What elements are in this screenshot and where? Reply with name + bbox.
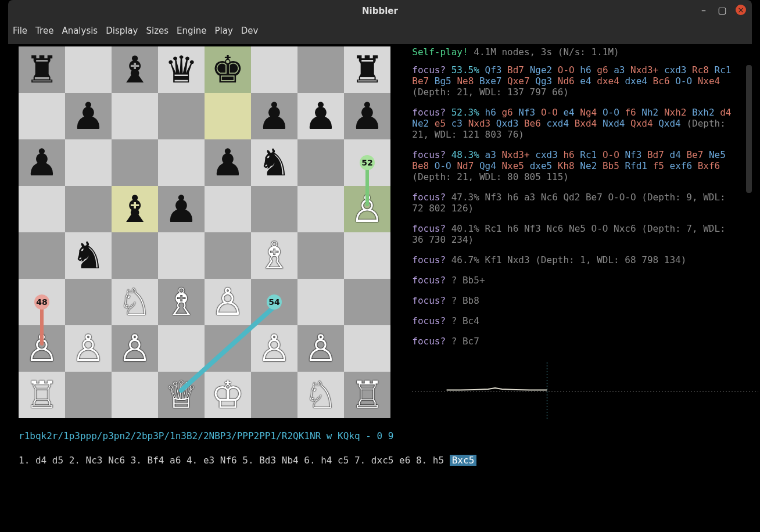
menu-dev[interactable]: Dev [241, 26, 259, 36]
pv-move[interactable]: Nd6 [558, 76, 575, 87]
square-c3[interactable]: ♘ [112, 279, 158, 325]
square-b4[interactable]: ♞ [65, 232, 112, 279]
pv-line[interactable]: focus? ? Bc7 [412, 336, 741, 347]
pv-move[interactable]: Rc8 [692, 64, 709, 76]
pv-move[interactable]: Qxe7 [507, 76, 530, 87]
pv-move[interactable]: e4 [580, 76, 591, 87]
pv-move[interactable]: Nd7 [457, 160, 474, 171]
pv-move[interactable]: Bg5 [435, 76, 451, 87]
piece-wb-f4[interactable]: ♗ [257, 237, 291, 274]
pv-move[interactable]: O-O [603, 107, 619, 118]
square-b3[interactable] [65, 279, 112, 325]
square-a4[interactable] [19, 232, 65, 279]
pv-move[interactable]: Nxe5 [501, 160, 524, 171]
pv-move[interactable]: Rfd1 [625, 160, 647, 171]
piece-bp-f7[interactable]: ♟ [257, 98, 291, 135]
pv-move[interactable]: d4 [670, 149, 681, 160]
square-c4[interactable] [112, 232, 158, 279]
square-d1[interactable]: ♕ [158, 372, 205, 418]
pv-line[interactable]: focus? 40.1% Rc1 h6 Nf3 Nc6 Ne5 O-O Nxc6… [412, 223, 741, 245]
pv-move[interactable]: O-O [541, 107, 558, 118]
square-f4[interactable]: ♗ [251, 232, 297, 279]
square-e3[interactable]: ♙ [205, 279, 251, 325]
pv-move[interactable]: dxe4 [625, 76, 647, 87]
piece-bb-c5[interactable]: ♝ [118, 190, 151, 228]
pv-move[interactable]: O-O [603, 149, 619, 160]
fen-text[interactable]: r1bqk2r/1p3ppp/p3pn2/2bp3P/1n3B2/2NBP3/P… [19, 429, 741, 443]
pv-move[interactable]: Rc1 [715, 64, 732, 76]
piece-bk-e8[interactable]: ♚ [211, 51, 244, 88]
pv-move[interactable]: Nxd3 [468, 118, 491, 129]
square-f8[interactable] [251, 46, 297, 93]
square-e2[interactable] [205, 325, 251, 372]
pv-move[interactable]: Bxf6 [698, 160, 720, 171]
pv-move[interactable]: Nf3 [625, 149, 641, 160]
pv-move[interactable]: Bd7 [507, 64, 524, 76]
square-h4[interactable] [344, 232, 390, 279]
square-d2[interactable] [158, 325, 205, 372]
square-e7[interactable] [205, 93, 251, 139]
pv-move[interactable]: Kh8 [558, 160, 575, 171]
pv-move[interactable]: Qxd4 [658, 118, 681, 129]
pv-move[interactable]: g6 [597, 64, 608, 76]
square-h8[interactable]: ♜ [344, 46, 390, 93]
pv-move[interactable]: Qg3 [535, 76, 552, 87]
square-c5[interactable]: ♝ [112, 186, 158, 232]
pv-move[interactable]: Qxd4 [630, 118, 653, 129]
pv-move[interactable]: dxe5 [530, 160, 553, 171]
square-g3[interactable] [297, 279, 344, 325]
pv-move[interactable]: Be7 [686, 149, 703, 160]
piece-wr-a1[interactable]: ♖ [25, 376, 58, 414]
square-f1[interactable] [251, 372, 297, 418]
square-h7[interactable]: ♟ [344, 93, 390, 139]
scrollbar[interactable] [746, 65, 752, 193]
pv-line[interactable]: focus? 48.3% a3 Nxd3+ cxd3 h6 Rc1 O-O Nf… [412, 149, 741, 182]
maximize-icon[interactable]: ▢ [717, 5, 727, 15]
piece-wk-e1[interactable]: ♔ [211, 376, 244, 414]
pv-move[interactable]: h6 [485, 107, 496, 118]
pv-move[interactable]: Nxh2 [664, 107, 687, 118]
square-h2[interactable] [344, 325, 390, 372]
square-f5[interactable] [251, 186, 297, 232]
square-f6[interactable]: ♞ [251, 139, 297, 186]
piece-br-h8[interactable]: ♜ [350, 51, 383, 88]
square-h1[interactable]: ♖ [344, 372, 390, 418]
square-a5[interactable] [19, 186, 65, 232]
square-g8[interactable] [297, 46, 344, 93]
square-b8[interactable] [65, 46, 112, 93]
square-e6[interactable]: ♟ [205, 139, 251, 186]
piece-wp-g2[interactable]: ♙ [304, 330, 337, 367]
pv-move[interactable]: Rc1 [580, 149, 597, 160]
piece-bq-d8[interactable]: ♛ [164, 51, 198, 88]
pv-move[interactable]: g6 [501, 107, 512, 118]
square-d7[interactable] [158, 93, 205, 139]
square-c2[interactable]: ♙ [112, 325, 158, 372]
square-d8[interactable]: ♛ [158, 46, 205, 93]
pv-move[interactable]: e4 [563, 107, 574, 118]
pv-move[interactable]: Nxd3+ [501, 149, 529, 160]
pv-move[interactable]: d4 [720, 107, 731, 118]
square-a1[interactable]: ♖ [19, 372, 65, 418]
pv-move[interactable]: Nxd4 [603, 118, 625, 129]
square-a7[interactable] [19, 93, 65, 139]
square-a6[interactable]: ♟ [19, 139, 65, 186]
piece-bp-h7[interactable]: ♟ [350, 98, 383, 135]
pv-move[interactable]: O-O [675, 76, 692, 87]
analysis-scroll[interactable]: Self-play! 4.1M nodes, 3s (N/s: 1.1M) fo… [412, 46, 752, 357]
pv-move[interactable]: Be6 [524, 118, 541, 129]
pv-move[interactable]: Ne2 [580, 160, 597, 171]
piece-bn-f6[interactable]: ♞ [257, 144, 291, 181]
pv-move[interactable]: Ne2 [412, 118, 429, 129]
pv-move[interactable]: c3 [451, 118, 463, 129]
pv-move[interactable]: Be8 [412, 160, 429, 171]
pv-move[interactable]: Qg4 [479, 160, 496, 171]
pv-move[interactable]: h6 [563, 149, 574, 160]
pv-move[interactable]: a3 [485, 149, 496, 160]
piece-bn-b4[interactable]: ♞ [71, 237, 105, 274]
square-g7[interactable]: ♟ [297, 93, 344, 139]
pv-line[interactable]: focus? 46.7% Kf1 Nxd3 (Depth: 1, WDL: 68… [412, 254, 741, 265]
piece-br-a8[interactable]: ♜ [25, 51, 58, 88]
pv-move[interactable]: Ng4 [580, 107, 597, 118]
piece-wp-a2[interactable]: ♙ [25, 330, 58, 367]
menu-play[interactable]: Play [215, 26, 233, 36]
